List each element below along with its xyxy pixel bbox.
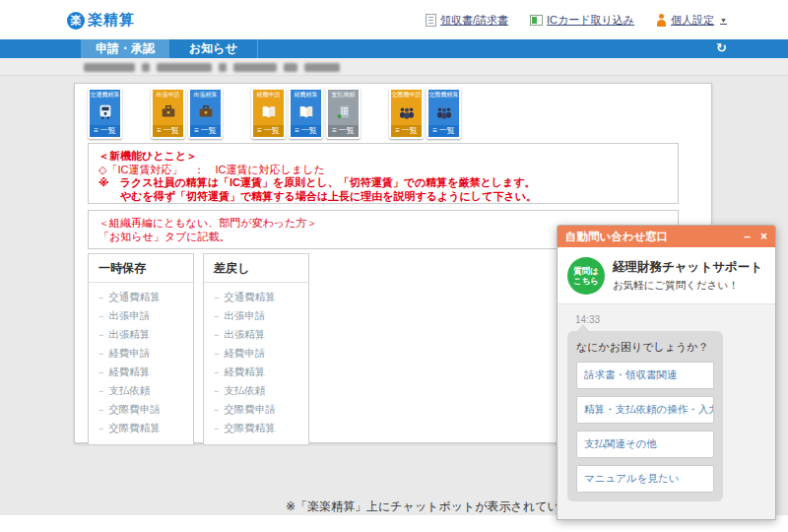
tile-title: 出張申請 [153, 90, 183, 100]
chatbot-profile: 質問は こちら 経理財務チャットサポート お気軽にご質問ください！ [558, 247, 775, 304]
tile-list-label: 一覧 [402, 125, 418, 137]
tile-entertainment-request[interactable]: 交際費申請 ≡ 一覧 [389, 88, 424, 139]
people-icon [391, 100, 422, 125]
chevron-down-icon: ▼ [720, 17, 727, 24]
panel-link[interactable]: 経費精算 [89, 363, 193, 381]
bot-message-text: なにかお困りでしょうか？ [576, 340, 714, 355]
chat-option-view-manual[interactable]: マニュアルを見たい [576, 465, 714, 493]
panel-link[interactable]: 出張申請 [89, 306, 193, 325]
tile-list-button[interactable]: ≡ 一覧 [291, 125, 321, 137]
tile-group-expense: 経費申請 ≡ 一覧 経費精算 ≡ [251, 88, 361, 139]
notice-line: ＜新機能ひとこと＞ [98, 150, 668, 164]
chat-timestamp: 14:33 [575, 314, 775, 325]
person-icon [656, 14, 667, 27]
tile-expense-settlement[interactable]: 経費精算 ≡ 一覧 [289, 88, 323, 139]
panel-link[interactable]: 交際費申請 [204, 400, 308, 419]
app-tile-row: 交通費精算 ≡ 一覧 出張申請 [88, 88, 461, 139]
personal-settings-label: 個人設定 [671, 13, 714, 28]
tile-trip-settlement[interactable]: 出張精算 ≡ 一覧 [188, 88, 223, 139]
chat-support-title: 経理財務チャットサポート [613, 259, 762, 276]
tile-list-label: 一覧 [264, 125, 280, 137]
panel-link[interactable]: 交際費精算 [89, 419, 193, 437]
tile-entertainment-settlement[interactable]: 交際費精算 ≡ 一覧 [427, 88, 461, 139]
app-header: 楽 楽精算 領収書/請求書 ICカード取り込み 個人設定 ▼ [0, 0, 788, 39]
badge-line2: こちら [573, 276, 599, 286]
tile-list-button[interactable]: ≡ 一覧 [90, 125, 120, 137]
chat-message-area: 14:33 なにかお困りでしょうか？ 請求書・領収書関連 精算・支払依頼の操作・… [558, 304, 775, 501]
tile-list-button[interactable]: ≡ 一覧 [328, 125, 359, 137]
tile-payment-request[interactable]: 支払依頼 ≡ 一覧 [326, 88, 361, 139]
panel-title: 差戻し [204, 254, 308, 283]
close-icon[interactable]: × [760, 231, 767, 242]
question-here-badge: 質問は こちら [567, 257, 605, 295]
tile-list-button[interactable]: ≡ 一覧 [428, 125, 459, 137]
panel-link[interactable]: 経費精算 [204, 363, 308, 381]
ic-card-import-label: ICカード取り込み [547, 13, 634, 28]
menu-icon: ≡ [257, 125, 262, 137]
tile-group-trip: 出張申請 ≡ 一覧 出張精算 ≡ [151, 88, 223, 139]
chat-option-settlement-input[interactable]: 精算・支払依頼の操作・入力 [576, 396, 714, 424]
briefcase-icon [153, 100, 183, 125]
redacted-user-info [84, 63, 340, 72]
tile-trip-request[interactable]: 出張申請 ≡ 一覧 [151, 88, 185, 139]
redacted-text [233, 63, 277, 72]
menu-icon: ≡ [157, 125, 162, 137]
redacted-text [142, 63, 150, 72]
refresh-icon[interactable]: ↻ [716, 39, 727, 58]
tile-list-button[interactable]: ≡ 一覧 [153, 125, 183, 137]
menu-icon: ≡ [332, 125, 337, 137]
panel-link[interactable]: 交通費精算 [89, 288, 193, 306]
ic-card-import-link[interactable]: ICカード取り込み [530, 13, 634, 28]
panel-link[interactable]: 出張申請 [204, 306, 308, 325]
tile-title: 支払依頼 [328, 90, 359, 100]
menu-icon: ≡ [432, 125, 437, 137]
panel-link[interactable]: 出張精算 [89, 325, 193, 344]
redacted-text [284, 63, 297, 72]
receipts-invoices-link[interactable]: 領収書/請求書 [426, 13, 508, 28]
chat-option-payment-other[interactable]: 支払関連その他 [576, 431, 714, 458]
panel-temporary-save: 一時保存 交通費精算 出張申請 出張精算 経費申請 経費精算 支払依頼 交際費申… [88, 253, 194, 445]
app-logo[interactable]: 楽 楽精算 [67, 11, 135, 30]
tile-title: 経費精算 [291, 90, 321, 100]
tile-expense-request[interactable]: 経費申請 ≡ 一覧 [251, 88, 286, 139]
logo-badge-icon: 楽 [67, 12, 85, 30]
personal-settings-menu[interactable]: 個人設定 ▼ [656, 13, 727, 28]
panel-link[interactable]: 支払依頼 [204, 381, 308, 400]
tile-title: 交際費精算 [428, 90, 459, 100]
minimize-icon[interactable]: – [744, 231, 751, 242]
panel-link[interactable]: 交際費申請 [89, 400, 193, 419]
tile-title: 経費申請 [253, 90, 284, 100]
ic-card-icon [530, 15, 543, 26]
badge-line1: 質問は [573, 266, 599, 276]
header-links: 領収書/請求書 ICカード取り込み 個人設定 ▼ [426, 13, 727, 28]
tile-list-label: 一覧 [201, 125, 217, 137]
tile-title: 交通費精算 [90, 90, 120, 100]
tile-group-transport: 交通費精算 ≡ 一覧 [88, 88, 122, 139]
chat-option-invoices-receipts[interactable]: 請求書・領収書関連 [576, 362, 714, 389]
chatbot-header[interactable]: 自動問い合わせ窓口 – × [558, 226, 775, 247]
panel-title: 一時保存 [89, 254, 193, 283]
tab-apply-approve[interactable]: 申請・承認 [81, 39, 169, 58]
tile-list-button[interactable]: ≡ 一覧 [391, 125, 422, 137]
book-icon [291, 100, 321, 125]
tile-list-button[interactable]: ≡ 一覧 [190, 125, 221, 137]
book-icon [253, 100, 284, 125]
building-icon [328, 100, 359, 125]
panel-link[interactable]: 支払依頼 [89, 381, 193, 400]
tile-list-label: 一覧 [339, 125, 355, 137]
panel-link[interactable]: 交通費精算 [204, 288, 308, 306]
menu-icon: ≡ [94, 125, 98, 137]
briefcase-icon [190, 100, 221, 125]
panel-link[interactable]: 出張精算 [204, 325, 308, 344]
redacted-text [304, 63, 340, 72]
panel-link[interactable]: 交際費精算 [204, 419, 308, 437]
tile-list-button[interactable]: ≡ 一覧 [253, 125, 284, 137]
tab-notifications[interactable]: お知らせ [169, 39, 258, 58]
panel-link[interactable]: 経費申請 [204, 344, 308, 363]
notice-line: ※ ラクス社員の精算は「IC運賃」を原則とし、「切符運賃」での精算を厳禁とします… [98, 176, 668, 190]
panel-link[interactable]: 経費申請 [89, 344, 193, 363]
receipts-invoices-label: 領収書/請求書 [440, 13, 508, 28]
tile-transport-settlement[interactable]: 交通費精算 ≡ 一覧 [88, 88, 122, 139]
train-icon [90, 100, 120, 125]
user-info-bar [0, 58, 788, 76]
